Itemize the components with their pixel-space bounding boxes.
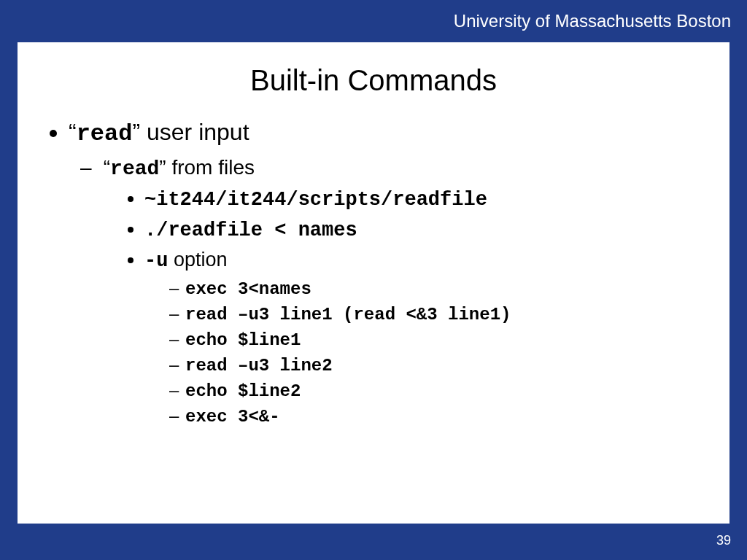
code-line: ./readfile < names bbox=[144, 219, 357, 241]
slide-body: Built-in Commands “read” user input “rea… bbox=[18, 42, 729, 524]
code-line: read –u3 line2 bbox=[185, 356, 333, 376]
cmd-read: read bbox=[77, 120, 133, 147]
bullet-level4: read –u3 line1 (read <&3 line1) bbox=[185, 303, 729, 324]
bullet-text: option bbox=[168, 249, 227, 271]
bullet-level3: -u option exec 3<names read –u3 line1 (r… bbox=[144, 249, 729, 427]
slide-title: Built-in Commands bbox=[18, 64, 729, 97]
code-line: exec 3<names bbox=[185, 279, 311, 299]
bullet-level3: ~it244/it244/scripts/readfile bbox=[144, 187, 729, 211]
bullet-level4: read –u3 line2 bbox=[185, 354, 729, 376]
bullet-text: from files bbox=[166, 156, 255, 179]
code-line: read –u3 line1 (read <&3 line1) bbox=[185, 305, 511, 324]
quote-open: “ bbox=[104, 156, 110, 179]
bullet-level1: “read” user input “read” from files ~it2… bbox=[69, 119, 729, 427]
quote-close: ” bbox=[159, 156, 166, 179]
code-line: ~it244/it244/scripts/readfile bbox=[144, 189, 487, 211]
quote-open: “ bbox=[69, 119, 77, 145]
bullet-level2: “read” from files ~it244/it244/scripts/r… bbox=[98, 156, 729, 427]
page-number: 39 bbox=[716, 533, 731, 548]
sublist-level3: ~it244/it244/scripts/readfile ./readfile… bbox=[144, 187, 729, 427]
bullet-level4: exec 3<&- bbox=[185, 405, 729, 427]
org-name: University of Massachusetts Boston bbox=[454, 11, 731, 31]
quote-close: ” bbox=[132, 119, 140, 145]
sublist-level4: exec 3<names read –u3 line1 (read <&3 li… bbox=[185, 278, 729, 427]
code-line: echo $line2 bbox=[185, 381, 301, 401]
bullet-level4: echo $line2 bbox=[185, 380, 729, 401]
code-line: exec 3<&- bbox=[185, 407, 280, 427]
bullet-level4: echo $line1 bbox=[185, 329, 729, 350]
slide-header: University of Massachusetts Boston bbox=[0, 0, 747, 42]
code-flag: -u bbox=[144, 250, 168, 272]
bullet-level4: exec 3<names bbox=[185, 278, 729, 299]
bullet-list: “read” user input “read” from files ~it2… bbox=[69, 119, 729, 427]
cmd-read: read bbox=[110, 158, 159, 180]
bullet-level3: ./readfile < names bbox=[144, 218, 729, 241]
bullet-text: user input bbox=[140, 119, 249, 145]
code-line: echo $line1 bbox=[185, 330, 301, 350]
sublist-level2: “read” from files ~it244/it244/scripts/r… bbox=[98, 156, 729, 427]
